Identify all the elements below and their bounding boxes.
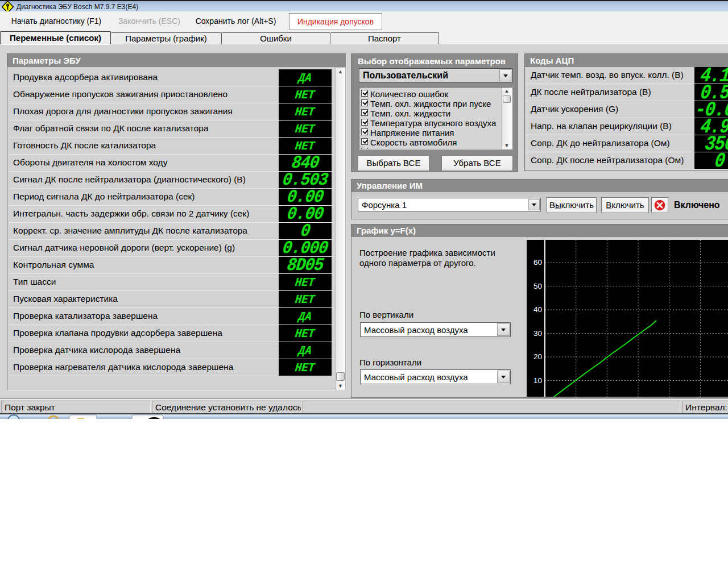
svg-text:30: 30 xyxy=(533,329,542,338)
svg-text:60: 60 xyxy=(533,258,542,267)
svg-text:10: 10 xyxy=(533,376,542,385)
svg-text:40: 40 xyxy=(533,305,542,314)
svg-text:50: 50 xyxy=(533,282,542,290)
svg-text:20: 20 xyxy=(533,352,542,361)
